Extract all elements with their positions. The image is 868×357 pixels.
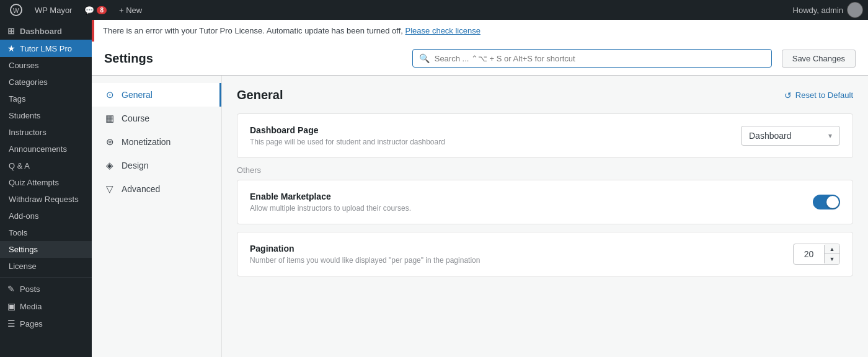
sidebar-item-license[interactable]: License: [0, 258, 92, 275]
pagination-card: Pagination Number of items you would lik…: [237, 232, 853, 276]
pagination-value: 20: [794, 245, 825, 263]
comment-icon: 💬: [84, 6, 94, 15]
search-icon: 🔍: [419, 53, 430, 63]
panel-header: General ↺ Reset to Default: [237, 88, 853, 102]
admin-menu: ⊞ Dashboard ★ Tutor LMS Pro Courses Cate…: [0, 20, 92, 357]
nav-item-advanced[interactable]: ▽ Advanced: [92, 177, 221, 201]
adminbar-right: Howdy, admin: [793, 2, 863, 18]
nav-item-design[interactable]: ◈ Design: [92, 154, 221, 177]
nav-item-general[interactable]: ⊙ General: [92, 83, 221, 107]
settings-body: ⊙ General ▦ Course ⊛ Monetization ◈ Desi…: [92, 76, 868, 357]
sidebar-item-instructors[interactable]: Instructors: [0, 124, 92, 141]
enable-marketplace-info: Enable Marketplace Allow multiple instru…: [250, 192, 813, 213]
nav-item-course[interactable]: ▦ Course: [92, 107, 221, 130]
svg-text:W: W: [13, 7, 19, 14]
license-error-notice: There is an error with your Tutor Pro Li…: [92, 20, 868, 42]
sidebar-item-quiz-attempts[interactable]: Quiz Attempts: [0, 174, 92, 191]
others-section-label: Others: [237, 165, 853, 175]
sidebar-item-media[interactable]: ▣ Media: [0, 298, 92, 315]
sidebar-item-qa[interactable]: Q & A: [0, 157, 92, 174]
stepper-up-button[interactable]: ▲: [825, 244, 839, 254]
comments-link[interactable]: 💬 8: [79, 0, 112, 20]
sidebar-item-tags[interactable]: Tags: [0, 90, 92, 107]
content-area: There is an error with your Tutor Pro Li…: [92, 20, 868, 357]
sidebar-item-dashboard[interactable]: ⊞ Dashboard: [0, 22, 92, 40]
pagination-info: Pagination Number of items you would lik…: [250, 244, 793, 265]
panel-title: General: [237, 88, 283, 102]
sidebar-item-posts[interactable]: ✎ Posts: [0, 280, 92, 298]
advanced-icon: ▽: [104, 183, 115, 195]
enable-marketplace-toggle[interactable]: [813, 195, 840, 209]
sidebar-item-settings[interactable]: Settings: [0, 241, 92, 258]
search-input[interactable]: [435, 54, 765, 63]
toggle-thumb: [826, 196, 839, 208]
media-icon: ▣: [6, 301, 16, 311]
dashboard-page-info: Dashboard Page This page will be used fo…: [250, 125, 741, 146]
stepper-down-button[interactable]: ▼: [825, 254, 839, 264]
reset-to-default-button[interactable]: ↺ Reset to Default: [784, 90, 853, 100]
general-icon: ⊙: [104, 89, 115, 100]
avatar: [847, 2, 863, 18]
check-license-link[interactable]: Please check license: [405, 26, 480, 35]
wp-logo[interactable]: W: [5, 4, 27, 16]
menu-separator: [0, 277, 92, 278]
tutor-icon: ★: [6, 43, 16, 53]
sidebar-item-courses[interactable]: Courses: [0, 57, 92, 74]
reset-icon: ↺: [784, 90, 792, 100]
main-wrap: ⊞ Dashboard ★ Tutor LMS Pro Courses Cate…: [0, 20, 868, 357]
sidebar-item-tools[interactable]: Tools: [0, 224, 92, 241]
enable-marketplace-card: Enable Marketplace Allow multiple instru…: [237, 180, 853, 224]
nav-item-monetization[interactable]: ⊛ Monetization: [92, 130, 221, 154]
settings-nav: ⊙ General ▦ Course ⊛ Monetization ◈ Desi…: [92, 76, 222, 357]
chevron-down-icon: ▾: [828, 131, 832, 140]
stepper-arrows: ▲ ▼: [825, 244, 839, 264]
pages-icon: ☰: [6, 319, 16, 328]
sidebar-item-withdraw-requests[interactable]: Withdraw Requests: [0, 191, 92, 208]
sidebar-item-announcements[interactable]: Announcements: [0, 141, 92, 157]
sidebar-item-categories[interactable]: Categories: [0, 74, 92, 90]
settings-header: Settings 🔍 Save Changes: [92, 42, 868, 76]
search-box[interactable]: 🔍: [412, 49, 772, 68]
monetization-icon: ⊛: [104, 136, 115, 148]
posts-icon: ✎: [6, 284, 16, 294]
sidebar-item-add-ons[interactable]: Add-ons: [0, 208, 92, 224]
save-changes-button[interactable]: Save Changes: [782, 50, 856, 68]
sidebar-item-students[interactable]: Students: [0, 107, 92, 124]
dashboard-page-card: Dashboard Page This page will be used fo…: [237, 113, 853, 158]
settings-panel: General ↺ Reset to Default Dashboard Pag…: [222, 76, 868, 357]
howdy-menu[interactable]: Howdy, admin: [793, 2, 863, 18]
page-title: Settings: [104, 51, 153, 66]
design-icon: ◈: [104, 160, 115, 171]
site-name[interactable]: WP Mayor: [30, 0, 77, 20]
sidebar-item-tutor-lms-pro[interactable]: ★ Tutor LMS Pro: [0, 40, 92, 57]
course-icon: ▦: [104, 113, 115, 124]
new-content[interactable]: + New: [114, 0, 147, 20]
dashboard-page-dropdown[interactable]: Dashboard ▾: [741, 126, 840, 146]
pagination-stepper[interactable]: 20 ▲ ▼: [793, 244, 840, 265]
toggle-track: [813, 195, 840, 209]
sidebar-item-pages[interactable]: ☰ Pages: [0, 315, 92, 332]
admin-bar: W WP Mayor 💬 8 + New Howdy, admin: [0, 0, 868, 20]
dashboard-icon: ⊞: [6, 26, 16, 36]
